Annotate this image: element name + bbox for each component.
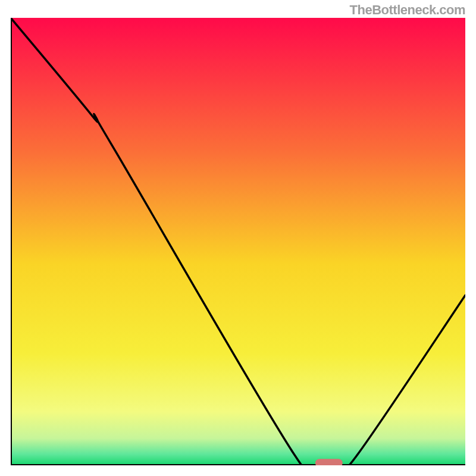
- watermark-text: TheBottleneck.com: [350, 2, 465, 18]
- chart: [11, 18, 465, 465]
- selected-point-marker: [315, 459, 343, 465]
- chart-svg: [11, 18, 465, 465]
